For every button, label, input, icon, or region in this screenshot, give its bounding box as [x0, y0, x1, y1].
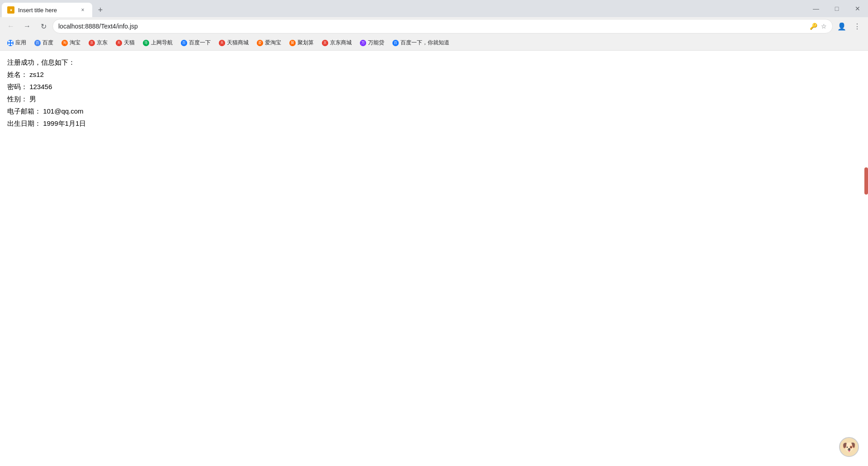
bookmark-tianmao[interactable]: 天 天猫 [112, 37, 138, 48]
bookmark-wannengdai-label: 万能贷 [368, 39, 384, 47]
forward-button[interactable]: → [20, 19, 34, 33]
tab-title: Insert title here [18, 7, 75, 14]
line-gender: 性别： 男 [7, 93, 861, 105]
new-tab-button[interactable]: + [94, 4, 107, 16]
addressbar: ← → ↻ localhost:8888/Text4/info.jsp 🔑 ☆ … [0, 17, 868, 35]
bookmark-baidu2[interactable]: 百 百度一下 [177, 37, 214, 48]
apps-favicon [7, 40, 14, 46]
aitaobao-favicon: 爱 [257, 40, 263, 46]
titlebar: ★ Insert title here × + — □ ✕ [0, 0, 868, 17]
bookmark-aitaobao[interactable]: 爱 爱淘宝 [253, 37, 285, 48]
url-text: localhost:8888/Text4/info.jsp [58, 23, 806, 30]
baidu2-favicon: 百 [181, 40, 187, 46]
key-icon[interactable]: 🔑 [810, 23, 817, 30]
bookmark-nav-label: 上网导航 [151, 39, 173, 47]
tab-favicon: ★ [7, 6, 14, 14]
bottom-avatar-widget[interactable]: 🐶 [839, 437, 859, 457]
line-email: 电子邮箱： 101@qq.com [7, 105, 861, 117]
baidu3-favicon: 百 [392, 40, 399, 46]
window-controls: — □ ✕ [806, 0, 868, 17]
tab-bar: ★ Insert title here × + [0, 0, 806, 17]
jd-favicon: 京 [89, 40, 95, 46]
bookmark-baidu-label: 百度 [42, 39, 53, 47]
jd-mall-favicon: 京 [322, 40, 328, 46]
svg-text:★: ★ [9, 8, 13, 12]
bookmark-tianmao-mall-label: 天猫商城 [227, 39, 249, 47]
back-button[interactable]: ← [4, 19, 18, 33]
star-icon[interactable]: ☆ [821, 23, 827, 30]
bookmark-jd-mall-label: 京东商城 [330, 39, 352, 47]
line-password: 密码： 123456 [7, 81, 861, 93]
bookmark-taobao[interactable]: 淘 淘宝 [58, 37, 84, 48]
bookmark-baidu2-label: 百度一下 [189, 39, 211, 47]
account-button[interactable]: 👤 [835, 19, 849, 33]
bookmark-apps-label: 应用 [15, 39, 26, 47]
bookmark-baidu[interactable]: 百 百度 [31, 37, 57, 48]
page-content: 注册成功，信息如下： 姓名： zs12 密码： 123456 性别： 男 电子邮… [0, 51, 868, 466]
close-window-button[interactable]: ✕ [847, 0, 868, 17]
svg-rect-2 [8, 41, 10, 43]
maximize-button[interactable]: □ [826, 0, 847, 17]
line-name: 姓名： zs12 [7, 68, 861, 81]
taobao-favicon: 淘 [61, 40, 68, 46]
bookmark-juhuasuan-label: 聚划算 [297, 39, 314, 47]
juhuasuan-favicon: 聚 [289, 40, 296, 46]
address-icons: 🔑 ☆ [810, 23, 827, 30]
bookmark-nav[interactable]: 导 上网导航 [139, 37, 176, 48]
bookmark-tianmao-label: 天猫 [124, 39, 135, 47]
refresh-button[interactable]: ↻ [36, 19, 51, 33]
bookmark-baidu3[interactable]: 百 百度一下，你就知道 [389, 37, 453, 48]
tab-close-button[interactable]: × [79, 6, 87, 14]
bookmark-jd-label: 京东 [97, 39, 108, 47]
address-bar[interactable]: localhost:8888/Text4/info.jsp 🔑 ☆ [52, 19, 833, 33]
line-birthday: 出生日期： 1999年1月1日 [7, 117, 861, 129]
minimize-button[interactable]: — [806, 0, 826, 17]
baidu-favicon: 百 [34, 40, 41, 46]
bookmark-juhuasuan[interactable]: 聚 聚划算 [286, 37, 317, 48]
bookmark-baidu3-label: 百度一下，你就知道 [401, 39, 449, 47]
nav-favicon: 导 [143, 40, 149, 46]
tianmao-favicon: 天 [116, 40, 122, 46]
bookmark-wannengdai[interactable]: 万 万能贷 [356, 37, 388, 48]
bookmarks-bar: 应用 百 百度 淘 淘宝 京 京东 天 天猫 导 上网导航 百 百度一下 天 天… [0, 35, 868, 51]
svg-rect-4 [8, 43, 10, 45]
bookmark-jd-mall[interactable]: 京 京东商城 [318, 37, 355, 48]
bookmark-apps[interactable]: 应用 [4, 37, 30, 48]
line-header: 注册成功，信息如下： [7, 56, 861, 68]
bookmark-tianmao-mall[interactable]: 天 天猫商城 [215, 37, 252, 48]
menu-button[interactable]: ⋮ [850, 19, 864, 33]
svg-rect-3 [11, 41, 13, 43]
bookmark-aitaobao-label: 爱淘宝 [265, 39, 281, 47]
svg-rect-5 [11, 43, 13, 45]
scrollbar-indicator[interactable] [864, 167, 868, 195]
tianmao-mall-favicon: 天 [219, 40, 225, 46]
wannengdai-favicon: 万 [360, 40, 366, 46]
toolbar-icons: 👤 ⋮ [835, 19, 864, 33]
bookmark-taobao-label: 淘宝 [70, 39, 80, 47]
bookmark-jd[interactable]: 京 京东 [85, 37, 111, 48]
active-tab[interactable]: ★ Insert title here × [2, 3, 92, 17]
